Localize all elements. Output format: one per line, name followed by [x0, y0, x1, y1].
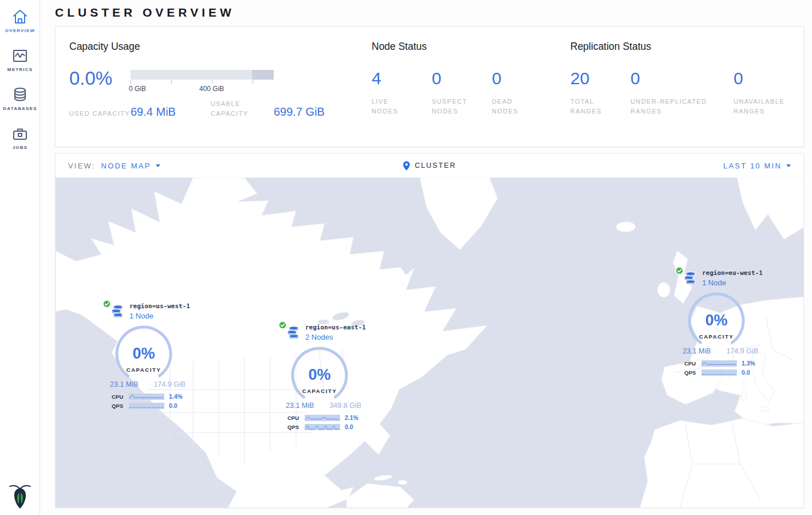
locality-node-count[interactable]: 2 Nodes: [305, 333, 366, 341]
live-nodes-value: 4: [372, 70, 432, 87]
healthy-check-icon: [278, 321, 287, 332]
locality-used-capacity: 23.1 MiB: [110, 380, 138, 388]
sidebar-item-label: DATABASES: [0, 106, 40, 111]
sidebar-item-metrics[interactable]: METRICS: [0, 39, 40, 78]
unavailable-ranges-value: 0: [734, 70, 779, 87]
sidebar-item-label: JOBS: [0, 145, 40, 150]
locality-node-count[interactable]: 1 Node: [702, 278, 763, 287]
page-title: CLUSTER OVERVIEW: [55, 6, 812, 19]
dead-nodes-stat: 0 DEAD NODES: [492, 70, 552, 116]
locality-used-capacity: 23.1 MiB: [286, 402, 314, 410]
cpu-label: CPU: [287, 415, 305, 421]
healthy-check-icon: [103, 300, 111, 310]
sidebar-item-jobs[interactable]: JOBS: [0, 117, 40, 156]
capacity-usage-section: Capacity Usage 0.0% 0 GiB 400 GiB USED C: [69, 41, 372, 147]
sidebar-item-label: OVERVIEW: [0, 28, 40, 33]
breadcrumb-label: CLUSTER: [415, 162, 456, 170]
sidebar-item-databases[interactable]: DATABASES: [0, 78, 40, 117]
briefcase-icon: [11, 125, 29, 142]
capacity-axis-tick: 400 GiB: [199, 85, 224, 93]
locality-marker-eu-west-1[interactable]: region=eu-west-1 1 Node 0% CAPACITY 23.1…: [675, 269, 772, 378]
database-icon: [11, 86, 29, 103]
cpu-sparkline: [305, 415, 340, 421]
live-nodes-label: LIVE NODES: [372, 97, 417, 116]
usable-capacity-label: USABLE CAPACITY: [211, 99, 274, 118]
locality-marker-us-east-1[interactable]: region=us-east-1 2 Nodes 0% CAPACITY 23.…: [278, 324, 376, 433]
cluster-summary-panel: Capacity Usage 0.0% 0 GiB 400 GiB USED C: [55, 26, 804, 147]
gauge-capacity-label: CAPACITY: [302, 388, 337, 394]
sidebar-item-overview[interactable]: OVERVIEW: [0, 0, 40, 39]
gauge-capacity-label: CAPACITY: [127, 367, 161, 373]
capacity-usage-title: Capacity Usage: [69, 41, 372, 53]
chevron-down-icon: [156, 164, 160, 167]
chevron-down-icon: [786, 164, 791, 167]
node-status-section: Node Status 4 LIVE NODES 0 SUSPECT NODES…: [372, 41, 570, 147]
qps-label: QPS: [287, 424, 305, 430]
node-map-panel: VIEW: NODE MAP CLUSTER LAST 10 MIN: [55, 153, 804, 508]
dead-nodes-label: DEAD NODES: [492, 97, 538, 116]
home-icon: [11, 8, 29, 25]
used-capacity-label: USED CAPACITY: [69, 109, 131, 119]
node-status-title: Node Status: [372, 41, 570, 53]
locality-database-icon: [683, 272, 697, 289]
metrics-chart-icon: [11, 47, 29, 64]
locality-node-count[interactable]: 1 Node: [129, 312, 190, 320]
replication-status-title: Replication Status: [570, 41, 803, 53]
under-replicated-ranges-value: 0: [630, 70, 734, 87]
node-map: region=us-west-1 1 Node 0% CAPACITY 23.1…: [56, 178, 804, 508]
under-replicated-ranges-stat: 0 UNDER-REPLICATED RANGES: [630, 70, 734, 116]
sidebar-item-label: METRICS: [0, 67, 40, 72]
breadcrumb-cluster[interactable]: CLUSTER: [403, 161, 456, 171]
capacity-bar-dark-segment: [252, 70, 274, 80]
locality-region-label: region=us-east-1: [305, 324, 366, 331]
cpu-value: 1.3%: [742, 360, 755, 367]
qps-value: 0.0: [345, 423, 353, 430]
total-ranges-label: TOTAL RANGES: [570, 97, 616, 116]
locality-region-label: region=eu-west-1: [702, 269, 763, 277]
dead-nodes-value: 0: [492, 70, 552, 87]
time-range-selector[interactable]: LAST 10 MIN: [723, 162, 791, 170]
locality-total-capacity: 349.8 GiB: [329, 402, 361, 410]
qps-sparkline: [305, 424, 340, 430]
total-ranges-value: 20: [570, 70, 630, 87]
qps-label: QPS: [112, 403, 129, 409]
sidebar: OVERVIEW METRICS DATABASES: [0, 0, 40, 515]
locality-database-icon: [111, 305, 124, 322]
suspect-nodes-label: SUSPECT NODES: [432, 97, 478, 116]
qps-label: QPS: [684, 369, 701, 376]
locality-used-capacity: 23.1 MiB: [683, 347, 711, 355]
gauge-percent: 0%: [705, 312, 727, 329]
replication-status-section: Replication Status 20 TOTAL RANGES 0 UND…: [570, 41, 803, 147]
map-toolbar: VIEW: NODE MAP CLUSTER LAST 10 MIN: [56, 154, 803, 178]
capacity-gauge: 0% CAPACITY: [286, 347, 353, 406]
under-replicated-ranges-label: UNDER-REPLICATED RANGES: [630, 97, 708, 116]
capacity-axis-tick: 0 GiB: [129, 85, 146, 93]
total-ranges-stat: 20 TOTAL RANGES: [570, 70, 630, 116]
locality-marker-us-west-1[interactable]: region=us-west-1 1 Node 0% CAPACITY 23.1…: [103, 302, 200, 411]
qps-value: 0.0: [742, 369, 750, 376]
used-capacity-value: 69.4 MiB: [131, 105, 211, 119]
cpu-value: 1.4%: [169, 393, 183, 400]
cpu-label: CPU: [684, 360, 701, 367]
locality-total-capacity: 174.9 GiB: [153, 380, 186, 388]
locality-database-icon: [286, 326, 300, 343]
capacity-gauge: 0% CAPACITY: [683, 292, 750, 352]
unavailable-ranges-label: UNAVAILABLE RANGES: [734, 97, 779, 116]
capacity-gauge: 0% CAPACITY: [111, 325, 177, 385]
suspect-nodes-value: 0: [432, 70, 492, 87]
cockroachdb-logo: [7, 482, 33, 512]
healthy-check-icon: [675, 266, 684, 277]
gauge-capacity-label: CAPACITY: [699, 333, 734, 340]
main-content: CLUSTER OVERVIEW Capacity Usage 0.0% 0 G…: [40, 0, 812, 515]
qps-value: 0.0: [169, 402, 178, 409]
usable-capacity-value: 699.7 GiB: [274, 105, 325, 119]
cpu-sparkline: [129, 394, 164, 400]
capacity-bar: 0 GiB 400 GiB: [131, 70, 274, 92]
view-selector[interactable]: NODE MAP: [101, 162, 160, 170]
qps-sparkline: [129, 403, 164, 409]
time-range-value: LAST 10 MIN: [723, 162, 782, 170]
locality-total-capacity: 174.9 GiB: [726, 347, 758, 355]
capacity-used-percent: 0.0%: [69, 69, 131, 88]
live-nodes-stat: 4 LIVE NODES: [372, 70, 432, 116]
qps-sparkline: [701, 369, 737, 376]
